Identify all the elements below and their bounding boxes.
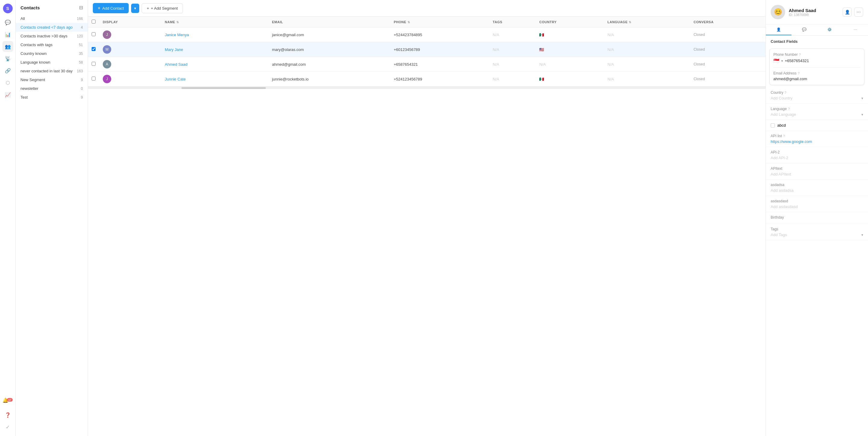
- language-field: Language ? Add Language ▾: [766, 104, 868, 120]
- user-avatar[interactable]: S: [3, 4, 13, 13]
- row-checkbox[interactable]: [92, 77, 96, 81]
- panel-contact-id: ID: 13870099: [789, 13, 816, 17]
- table-row[interactable]: J Janice Menya janice@gmail.com +5244237…: [88, 27, 766, 42]
- phone-help-icon[interactable]: ?: [799, 53, 801, 56]
- tab-chat[interactable]: 💬: [792, 24, 817, 35]
- sidebar-item-label: Contacts inactive >30 days: [21, 34, 67, 38]
- sidebar-collapse-icon[interactable]: ⊟: [79, 5, 83, 10]
- language-dropdown[interactable]: Add Language ▾: [771, 112, 863, 117]
- contact-avatar: A: [103, 60, 111, 68]
- contact-language: N/A: [604, 72, 690, 87]
- tags-dropdown[interactable]: Add Tags ▾: [771, 232, 863, 237]
- nav-icon-flows[interactable]: ⬡: [2, 77, 13, 88]
- panel-avatar-emoji: 😊: [774, 8, 782, 16]
- sidebar-item-with-tags[interactable]: Contacts with tags 51: [16, 40, 88, 49]
- sidebar-item-count: 166: [77, 17, 83, 21]
- toolbar: + Add Contact ▾ + + Add Segment: [88, 0, 766, 17]
- asdasdasd-label: asdasdasd: [771, 199, 863, 203]
- tags-label: Tags: [771, 227, 863, 231]
- tab-more[interactable]: ⋯: [842, 24, 868, 35]
- phone-number-value: 🇸🇬 ▾ +6587654321: [773, 58, 861, 64]
- api-list-help-icon[interactable]: ?: [783, 134, 785, 138]
- nav-icon-contacts[interactable]: 👥: [2, 41, 13, 52]
- nav-icon-integrations[interactable]: 🔗: [2, 65, 13, 76]
- sidebar-item-test[interactable]: Test 9: [16, 93, 88, 101]
- add-contact-label: Add Contact: [102, 6, 124, 10]
- tab-contact-fields[interactable]: 👤: [766, 24, 792, 35]
- horizontal-scrollbar[interactable]: [88, 87, 766, 89]
- contact-name[interactable]: Ahmed Saad: [165, 62, 187, 67]
- nav-icon-chat[interactable]: 💬: [2, 17, 13, 28]
- panel-user-action-button[interactable]: 👤: [843, 7, 852, 17]
- sidebar-item-all[interactable]: All 166: [16, 14, 88, 23]
- add-contact-dropdown-button[interactable]: ▾: [131, 4, 139, 13]
- asdasdasd-field: asdasdasd Add asdasdasd: [766, 196, 868, 212]
- sidebar-item-newsletter[interactable]: newsletter 0: [16, 84, 88, 93]
- sidebar-item-count: 9: [81, 95, 83, 99]
- sidebar-item-never-contacted[interactable]: never contacted in last 30 day 163: [16, 67, 88, 76]
- apitext-placeholder[interactable]: Add APItext: [771, 172, 863, 176]
- sidebar-item-count: 4: [81, 25, 83, 30]
- col-extra: [248, 17, 269, 27]
- nav-icon-analytics[interactable]: 📊: [2, 29, 13, 40]
- right-panel: 😊 Ahmed Saad ID: 13870099 👤 ⋯ 👤 💬 ⚙️ ⋯ C…: [766, 0, 868, 436]
- select-all-checkbox[interactable]: [92, 20, 96, 24]
- table-row[interactable]: M Mary Jane mary@olaras.com +60123456789…: [88, 42, 766, 57]
- row-checkbox[interactable]: [92, 62, 96, 66]
- contact-avatar: M: [103, 45, 111, 54]
- api-list-value: https://www.google.com: [771, 139, 863, 144]
- add-segment-button[interactable]: + + Add Segment: [142, 3, 183, 13]
- add-contact-button[interactable]: + Add Contact: [93, 3, 129, 13]
- row-checkbox[interactable]: [92, 32, 96, 36]
- contact-country: 🇲🇽: [535, 72, 604, 87]
- abcd-checkbox-row: abcd: [771, 123, 863, 127]
- contact-conversation: Closed: [690, 57, 766, 72]
- panel-more-action-button[interactable]: ⋯: [854, 7, 863, 17]
- country-label: Country ?: [771, 90, 863, 95]
- tab-settings[interactable]: ⚙️: [817, 24, 843, 35]
- table-row[interactable]: A Ahmed Saad ahmed@gmail.com +6587654321…: [88, 57, 766, 72]
- contact-language: N/A: [604, 27, 690, 42]
- col-phone: PHONE ⇅: [390, 17, 489, 27]
- country-field: Country ? Add Country ▾: [766, 87, 868, 104]
- sidebar-item-count: 58: [79, 60, 83, 64]
- contacts-table: DISPLAY NAME ⇅ EMAIL PHONE ⇅ TAGS COUNTR…: [88, 17, 766, 87]
- api2-placeholder[interactable]: Add API-2: [771, 155, 863, 160]
- country-dropdown[interactable]: Add Country ▾: [771, 96, 863, 100]
- add-segment-label: + Add Segment: [151, 6, 178, 10]
- contact-name[interactable]: Mary Jane: [165, 47, 183, 52]
- notification-count: 17: [7, 398, 12, 402]
- nav-icon-reports[interactable]: 📈: [2, 89, 13, 100]
- birthday-field: Birthday: [766, 212, 868, 224]
- country-help-icon[interactable]: ?: [784, 91, 786, 94]
- email-help-icon[interactable]: ?: [798, 71, 800, 75]
- nav-icon-broadcasts[interactable]: 📡: [2, 53, 13, 64]
- language-help-icon[interactable]: ?: [788, 107, 789, 111]
- sidebar-item-recent[interactable]: Contacts created <7 days ago 4: [16, 23, 88, 32]
- contact-name[interactable]: Janice Menya: [165, 33, 189, 37]
- abcd-checkbox[interactable]: [771, 123, 775, 127]
- row-checkbox[interactable]: [92, 47, 96, 51]
- asdasdasd-placeholder[interactable]: Add asdasdasd: [771, 204, 863, 209]
- col-conversation: CONVERSA: [690, 17, 766, 27]
- sidebar-item-label: New Segment: [21, 78, 45, 82]
- asdadsa-placeholder[interactable]: Add asdadsa: [771, 188, 863, 193]
- contact-name[interactable]: Junnie Cate: [165, 77, 186, 81]
- sidebar-item-inactive[interactable]: Contacts inactive >30 days 120: [16, 32, 88, 40]
- nav-icon-notifications[interactable]: 🔔 17: [2, 398, 13, 408]
- contact-avatar: J: [103, 30, 111, 39]
- plus-icon: +: [98, 5, 100, 11]
- phone-number-card: Phone Number ? 🇸🇬 ▾ +6587654321 Email Ad…: [770, 49, 864, 85]
- sidebar-item-country[interactable]: Country known 35: [16, 49, 88, 58]
- table-row[interactable]: J Junnie Cate junnie@rocketbots.io +5241…: [88, 72, 766, 87]
- sidebar-item-language[interactable]: Language known 58: [16, 58, 88, 67]
- nav-icon-help[interactable]: ❓: [2, 409, 13, 420]
- api2-label: API-2: [771, 150, 863, 154]
- nav-icon-checkmark[interactable]: ✓: [2, 422, 13, 432]
- sidebar-item-label: All: [21, 16, 25, 21]
- contact-language: N/A: [604, 57, 690, 72]
- tags-placeholder: Add Tags: [771, 232, 787, 237]
- contact-email: janice@gmail.com: [268, 27, 390, 42]
- sidebar-item-new-segment[interactable]: New Segment 9: [16, 76, 88, 84]
- sidebar-title: Contacts: [21, 5, 40, 10]
